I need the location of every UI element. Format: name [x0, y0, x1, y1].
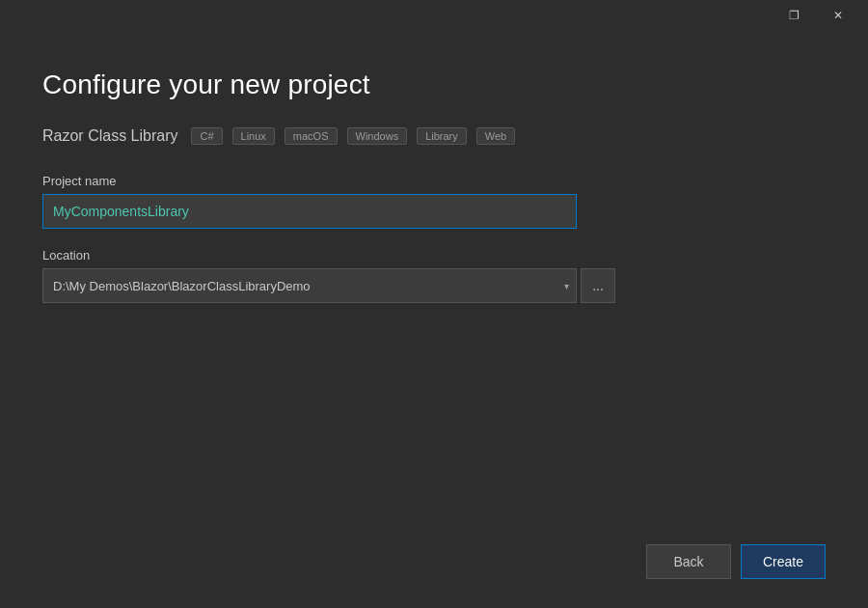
location-select-wrapper: D:\My Demos\Blazor\BlazorClassLibraryDem…: [42, 268, 577, 303]
page-title: Configure your new project: [42, 69, 826, 100]
window-controls: ❐ ✕: [772, 0, 860, 31]
tag-web: Web: [476, 127, 515, 145]
tag-csharp: C#: [191, 127, 222, 145]
form-section: Project name Location D:\My Demos\Blazor…: [42, 174, 826, 303]
main-window: ❐ ✕ Configure your new project Razor Cla…: [0, 0, 868, 608]
browse-button[interactable]: ...: [581, 268, 615, 303]
tag-library: Library: [417, 127, 467, 145]
project-type-row: Razor Class Library C# Linux macOS Windo…: [42, 127, 826, 145]
project-type-name: Razor Class Library: [42, 127, 177, 145]
location-field-group: Location D:\My Demos\Blazor\BlazorClassL…: [42, 248, 826, 303]
location-select[interactable]: D:\My Demos\Blazor\BlazorClassLibraryDem…: [42, 268, 577, 303]
location-label: Location: [42, 248, 826, 263]
project-name-label: Project name: [42, 174, 826, 188]
tag-linux: Linux: [232, 127, 275, 145]
back-button[interactable]: Back: [646, 544, 731, 579]
close-button[interactable]: ✕: [816, 0, 860, 31]
tag-windows: Windows: [347, 127, 408, 145]
create-button[interactable]: Create: [741, 544, 826, 579]
location-row: D:\My Demos\Blazor\BlazorClassLibraryDem…: [42, 268, 826, 303]
project-name-input[interactable]: [42, 194, 577, 229]
restore-button[interactable]: ❐: [772, 0, 816, 31]
content-area: Configure your new project Razor Class L…: [0, 31, 868, 544]
footer: Back Create: [0, 544, 868, 608]
tag-macos: macOS: [285, 127, 338, 145]
title-bar: ❐ ✕: [0, 0, 868, 31]
